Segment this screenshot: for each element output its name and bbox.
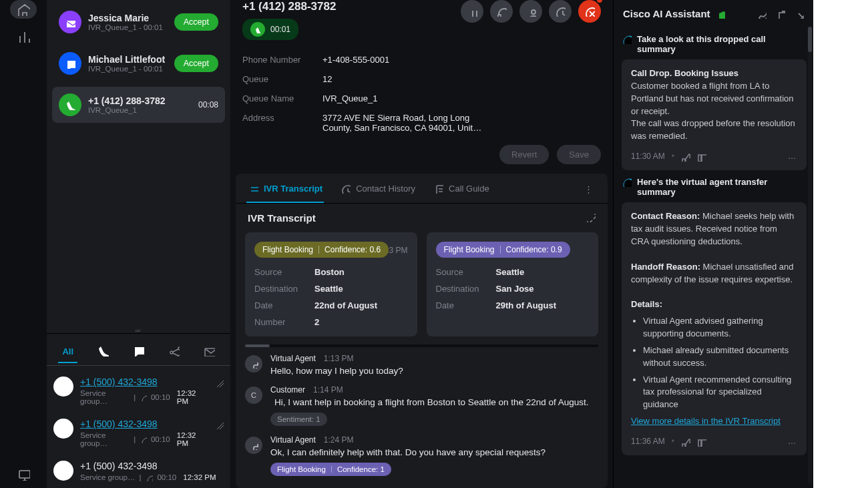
horizontal-scrollbar[interactable] (245, 344, 598, 347)
avatar (53, 461, 73, 481)
sentiment-chip: Sentiment: 1 (270, 413, 327, 426)
edit-button[interactable] (213, 419, 224, 431)
history-number[interactable]: +1 (500) 432-3498 (80, 377, 206, 387)
assistant-title: Cisco AI Assistant (623, 8, 710, 19)
clock-icon (140, 393, 147, 401)
msg-time: 1:14 PM (313, 385, 343, 395)
chip-label: Flight Booking (277, 465, 326, 473)
chat-icon (65, 58, 75, 69)
assistant-scrollbar[interactable] (808, 27, 812, 484)
contact-name: Michael Littlefoot (88, 54, 168, 65)
contact-row[interactable]: Jessica Marie IVR_Queue_1 - 00:01 Accept (52, 4, 225, 40)
history-tab-all[interactable]: All (58, 341, 77, 363)
avatar (53, 419, 73, 439)
card-footer: 11:30 AM• … (631, 151, 797, 162)
card-footer: 11:36 AM• … (631, 436, 797, 447)
accept-button[interactable]: Accept (174, 55, 218, 72)
history-group: Service group… (80, 431, 130, 447)
tab-more[interactable]: ⋮ (580, 180, 597, 198)
section-title: IVR Transcript (248, 212, 316, 224)
history-number[interactable]: +1 (500) 432-3498 (80, 419, 206, 429)
history-dur: 00:10 (157, 473, 176, 481)
tab-contact-history[interactable]: Contact History (339, 175, 417, 203)
expand-button[interactable] (585, 212, 596, 224)
contact-meta: Jessica Marie IVR_Queue_1 - 00:01 (88, 13, 168, 31)
list-icon (248, 183, 258, 194)
history-tab-email[interactable] (199, 339, 219, 365)
view-details-link[interactable]: View more details in the IVR Transcript (631, 416, 781, 426)
bot-avatar (245, 355, 262, 373)
phone-icon (65, 99, 75, 110)
incoming-list: Jessica Marie IVR_Queue_1 - 00:01 Accept… (47, 0, 230, 123)
msg-who: Customer (270, 385, 305, 395)
history-tab-calls[interactable] (93, 339, 113, 365)
main-column: +1 (412) 288-3782 00:01 (230, 0, 613, 488)
popout-icon[interactable] (776, 9, 785, 19)
avatar (59, 52, 81, 75)
history-tab-social[interactable] (164, 339, 184, 365)
analytics-icon (17, 29, 30, 43)
history-item[interactable]: +1 (500) 432-3498 Service group…| 00:10 … (51, 454, 226, 488)
contact-row-active[interactable]: +1 (412) 288-3782 IVR_Queue_1 00:08 (52, 87, 225, 123)
pin-icon[interactable] (757, 9, 767, 19)
intent-cards: Flight Booking Confidence: 0.6 1:13 PM S… (236, 232, 608, 336)
ai-icon (622, 177, 632, 187)
heading-text: Take a look at this dropped call summary (637, 34, 807, 54)
nav-desktop[interactable] (17, 467, 30, 483)
more-button[interactable]: … (788, 436, 797, 447)
row-label: Number (254, 317, 314, 327)
row-label: Destination (254, 284, 314, 294)
field-label: Address (242, 113, 322, 133)
edit-button[interactable] (213, 377, 224, 389)
call-actions (461, 0, 601, 23)
contact-row[interactable]: Michael Littlefoot IVR_Queue_1 - 00:01 A… (52, 45, 225, 81)
chip-confidence: Confidence: 1 (337, 465, 385, 473)
history-tabs: All (47, 334, 230, 366)
row-value: 22nd of August (314, 300, 408, 310)
avatar (59, 11, 81, 33)
phone-icon (58, 423, 69, 434)
pause-icon (467, 6, 477, 17)
assistant-card: Contact Reason: Michael seeks help with … (622, 202, 807, 455)
thumbs-down-icon[interactable] (697, 437, 706, 447)
revert-button[interactable]: Revert (499, 145, 549, 164)
thumbs-down-icon[interactable] (697, 152, 706, 162)
close-icon[interactable] (795, 9, 804, 19)
wrapup-button[interactable] (549, 0, 572, 23)
field-value: +1-408-555-0001 (322, 55, 601, 65)
msg-text: Hello, how may I help you today? (270, 366, 403, 376)
history-group: Service group… (80, 473, 135, 481)
sms-icon (58, 465, 69, 476)
doc-icon (433, 183, 443, 194)
resize-handle[interactable]: ═ (47, 327, 230, 333)
history-tab-chats[interactable] (128, 339, 148, 365)
more-button[interactable]: … (788, 151, 797, 162)
mail-icon (203, 344, 215, 356)
consult-button[interactable] (490, 0, 513, 23)
bot-icon (250, 441, 258, 450)
contact-name: Jessica Marie (88, 13, 168, 23)
badge-confidence: Confidence: 0.9 (506, 245, 562, 254)
thumbs-up-icon[interactable] (681, 437, 690, 447)
field-label: Queue (242, 74, 322, 84)
accept-button[interactable]: Accept (174, 13, 218, 31)
row-value: Seattle (314, 284, 408, 294)
nav-home[interactable] (10, 0, 37, 19)
history-item[interactable]: +1 (500) 432-3498 Service group…| 00:10 … (51, 412, 226, 454)
nav-analytics[interactable] (17, 29, 30, 45)
tab-ivr-transcript[interactable]: IVR Transcript (246, 175, 324, 203)
transfer-button[interactable] (519, 0, 542, 23)
card-body: Customer booked a flight from LA to Port… (631, 81, 795, 141)
hold-button[interactable] (461, 0, 483, 23)
msg-time: 1:24 PM (324, 435, 354, 445)
tab-label: IVR Transcript (264, 184, 322, 194)
assistant-card: Call Drop. Booking Issues Customer booke… (622, 59, 807, 170)
tab-call-guide[interactable]: Call Guide (431, 175, 491, 203)
history-item[interactable]: +1 (500) 432-3498 Service group…| 00:10 … (51, 370, 226, 412)
field-value: 3772 AVE NE Sierra Road, Long Long Count… (322, 113, 496, 133)
card-time: 11:36 AM (631, 436, 665, 447)
history-list: +1 (500) 432-3498 Service group…| 00:10 … (47, 366, 230, 488)
save-button[interactable]: Save (557, 145, 601, 164)
thumbs-up-icon[interactable] (681, 152, 690, 162)
history-time: 12:32 PM (183, 473, 216, 481)
